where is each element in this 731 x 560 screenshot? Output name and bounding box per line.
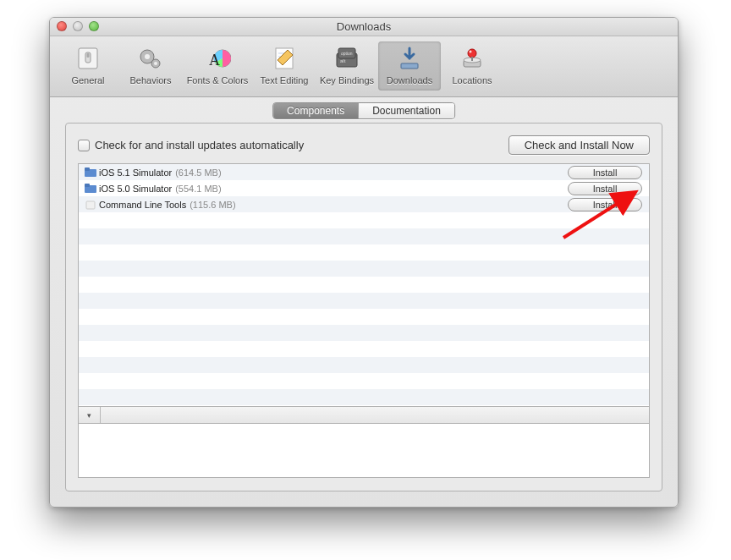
download-icon — [396, 45, 423, 72]
top-controls: Check for and install updates automatica… — [78, 135, 650, 155]
list-item[interactable]: iOS 5.1 Simulator (614.5 MB) Install — [79, 164, 649, 180]
chevron-down-icon: ▾ — [87, 411, 91, 420]
package-icon — [82, 200, 99, 210]
svg-rect-17 — [401, 63, 418, 69]
list-item[interactable]: iOS 5.0 Simulator (554.1 MB) Install — [79, 180, 649, 196]
install-button[interactable]: Install — [568, 166, 642, 179]
segmented-tabs: Components Documentation — [272, 102, 455, 119]
svg-rect-2 — [87, 53, 90, 58]
list-item[interactable]: Command Line Tools (115.6 MB) Install — [79, 196, 649, 212]
auto-update-checkbox[interactable] — [78, 140, 90, 151]
toolbar-text-editing[interactable]: Text Editing — [253, 41, 316, 91]
toolbar-behaviors[interactable]: Behaviors — [119, 41, 182, 91]
tab-documentation[interactable]: Documentation — [359, 103, 454, 118]
folder-icon — [82, 167, 99, 178]
tab-components[interactable]: Components — [273, 103, 359, 118]
svg-rect-27 — [86, 201, 95, 209]
auto-update-row: Check for and install updates automatica… — [78, 139, 304, 151]
auto-update-label: Check for and install updates automatica… — [95, 139, 304, 151]
content-area: Components Documentation Check for and i… — [50, 97, 678, 507]
list-footer: ▾ — [78, 407, 650, 424]
svg-point-20 — [468, 49, 476, 58]
install-button[interactable]: Install — [568, 198, 642, 211]
minimize-button[interactable] — [73, 21, 83, 31]
toolbar-locations[interactable]: Locations — [441, 41, 503, 91]
check-install-now-button[interactable]: Check and Install Now — [508, 135, 650, 155]
svg-text:alt: alt — [340, 58, 346, 63]
key-bindings-icon: altoption — [333, 45, 360, 72]
close-button[interactable] — [57, 21, 67, 31]
text-editing-icon — [271, 45, 298, 72]
main-panel: Check for and install updates automatica… — [65, 123, 662, 491]
svg-point-21 — [470, 51, 472, 53]
toolbar-fonts-colors[interactable]: A Fonts & Colors — [182, 41, 253, 91]
svg-rect-26 — [85, 184, 90, 187]
svg-text:option: option — [341, 51, 353, 56]
toolbar-downloads[interactable]: Downloads — [378, 41, 441, 91]
traffic-lights — [57, 21, 99, 31]
svg-rect-22 — [471, 57, 473, 61]
gears-icon — [137, 45, 164, 72]
svg-rect-24 — [85, 167, 90, 171]
titlebar: Downloads — [50, 18, 678, 36]
preferences-window: Downloads General Behaviors A — [49, 17, 679, 508]
folder-icon — [82, 184, 99, 194]
zoom-button[interactable] — [89, 21, 99, 31]
toolbar-general[interactable]: General — [57, 41, 119, 91]
svg-text:A: A — [209, 52, 220, 69]
svg-point-6 — [154, 62, 157, 65]
toolbar-key-bindings[interactable]: altoption Key Bindings — [316, 41, 378, 91]
install-button[interactable]: Install — [568, 182, 642, 195]
locations-icon — [459, 45, 486, 72]
preferences-toolbar: General Behaviors A Fonts & Colors — [50, 36, 678, 97]
window-title: Downloads — [337, 20, 391, 33]
components-list: iOS 5.1 Simulator (614.5 MB) Install iOS… — [78, 163, 650, 407]
action-menu-button[interactable]: ▾ — [79, 407, 101, 423]
svg-point-4 — [145, 54, 150, 59]
fonts-colors-icon: A — [204, 45, 231, 72]
switch-icon — [74, 45, 102, 72]
detail-box — [78, 424, 650, 478]
